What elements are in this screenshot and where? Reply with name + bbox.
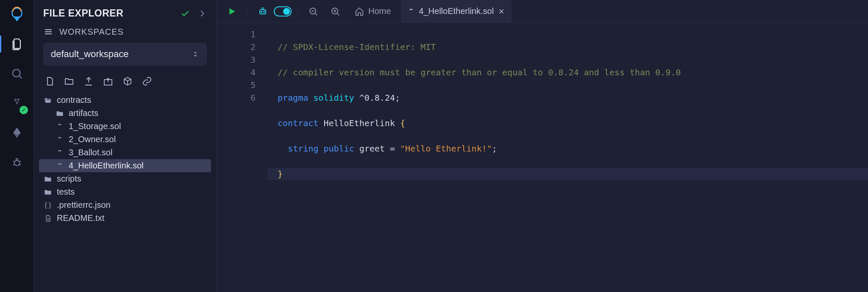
package-icon[interactable]	[121, 75, 134, 88]
file-label: 4_HelloEtherlink.sol	[69, 161, 144, 171]
line-number: 2	[217, 41, 256, 53]
solidity-file-icon	[55, 123, 64, 130]
folder-label: tests	[57, 187, 75, 197]
file-readme[interactable]: README.txt	[39, 212, 211, 225]
file-label: README.txt	[57, 213, 104, 223]
folder-label: contracts	[57, 95, 91, 105]
line-number: 3	[217, 53, 256, 66]
home-icon	[355, 7, 364, 16]
explorer-title: FILE EXPLORER	[43, 8, 123, 19]
code-token: // SPDX-License-Identifier: MIT	[278, 42, 436, 52]
file-prettierrc[interactable]: { } .prettierrc.json	[39, 198, 211, 212]
code-token: greet	[359, 143, 385, 154]
code-token: // compiler version must be greater than…	[278, 67, 681, 77]
workspace-select[interactable]: default_workspace	[43, 43, 207, 66]
run-button[interactable]	[223, 2, 241, 21]
svg-point-1	[13, 69, 20, 77]
close-tab-icon[interactable]	[498, 8, 505, 15]
check-icon[interactable]	[181, 9, 190, 18]
code-token: string	[288, 143, 318, 154]
code-token: ;	[492, 143, 497, 154]
file-helloetherlink[interactable]: 4_HelloEtherlink.sol	[39, 159, 211, 172]
hamburger-icon[interactable]	[43, 27, 53, 37]
separator	[247, 5, 248, 18]
upload-icon[interactable]	[102, 75, 114, 88]
file-explorer-icon[interactable]	[7, 34, 27, 54]
svg-point-18	[264, 11, 264, 12]
solidity-file-icon	[55, 149, 64, 156]
file-owner[interactable]: 2_Owner.sol	[39, 133, 211, 146]
explorer-toolbar	[34, 72, 216, 94]
code-token: solidity	[313, 93, 354, 103]
folder-artifacts[interactable]: artifacts	[39, 107, 211, 120]
code-token: }	[278, 169, 283, 179]
tab-label: Home	[368, 6, 391, 16]
folder-label: artifacts	[69, 108, 98, 118]
zoom-in-button[interactable]	[326, 2, 345, 21]
new-folder-icon[interactable]	[63, 75, 75, 88]
solidity-compiler-icon[interactable]: ✓	[7, 93, 27, 113]
tab-home[interactable]: Home	[348, 0, 398, 22]
file-label: .prettierrc.json	[57, 200, 111, 210]
file-label: 2_Owner.sol	[69, 135, 116, 144]
code-token: public	[323, 143, 354, 154]
folder-scripts[interactable]: scripts	[39, 172, 211, 185]
tab-label: 4_HelloEtherlink.sol	[419, 6, 494, 16]
copilot-toggle[interactable]	[274, 6, 292, 17]
editor-toolbar: Home 4_HelloEtherlink.sol	[217, 0, 868, 23]
code-token: contract	[278, 118, 318, 128]
line-number: 4	[217, 66, 256, 79]
line-number: 5	[217, 79, 256, 91]
editor-area: Home 4_HelloEtherlink.sol 1 2 3 4 5 6 //…	[216, 0, 868, 292]
svg-point-3	[14, 160, 19, 166]
link-icon[interactable]	[141, 75, 153, 88]
solidity-file-icon	[55, 136, 64, 143]
code-surface[interactable]: 1 2 3 4 5 6 // SPDX-License-Identifier: …	[217, 23, 868, 292]
select-chevron-icon	[192, 50, 199, 58]
folder-label: scripts	[57, 174, 81, 184]
file-label: 3_Ballot.sol	[69, 148, 112, 157]
publish-icon[interactable]	[82, 75, 95, 88]
status-ok-badge: ✓	[19, 106, 28, 114]
folder-icon	[43, 175, 53, 183]
code-content[interactable]: // SPDX-License-Identifier: MIT // compi…	[267, 23, 868, 292]
line-number: 1	[217, 28, 256, 41]
zoom-out-button[interactable]	[304, 2, 323, 21]
file-label: 1_Storage.sol	[69, 121, 121, 131]
svg-line-2	[19, 76, 21, 78]
folder-open-icon	[43, 96, 53, 105]
new-file-icon[interactable]	[43, 75, 56, 88]
json-file-icon: { }	[43, 201, 53, 209]
tab-active-file[interactable]: 4_HelloEtherlink.sol	[401, 0, 512, 22]
folder-icon	[43, 188, 53, 196]
bot-icon[interactable]	[253, 2, 272, 21]
file-ballot[interactable]: 3_Ballot.sol	[39, 146, 211, 159]
file-tree: contracts artifacts 1_Storage.sol 2_Owne…	[34, 94, 216, 225]
folder-tests[interactable]: tests	[39, 185, 211, 198]
workspace-selected: default_workspace	[51, 49, 128, 60]
deploy-run-icon[interactable]	[7, 123, 27, 143]
folder-contracts[interactable]: contracts	[39, 94, 211, 107]
logo-icon[interactable]	[7, 4, 27, 25]
file-storage[interactable]: 1_Storage.sol	[39, 120, 211, 133]
debugger-icon[interactable]	[7, 152, 27, 173]
code-token: ^0.8.24	[359, 93, 395, 103]
code-token: "Hello Etherlink!"	[400, 143, 492, 154]
code-token: {	[400, 118, 405, 128]
text-file-icon	[43, 215, 53, 222]
line-number: 6	[217, 91, 256, 104]
code-token: pragma	[278, 93, 308, 103]
code-token: ;	[395, 93, 400, 103]
line-gutter: 1 2 3 4 5 6	[217, 23, 267, 292]
separator	[298, 5, 298, 18]
solidity-file-icon	[408, 8, 415, 15]
svg-point-17	[261, 11, 262, 12]
code-token: =	[385, 143, 400, 154]
chevron-right-icon[interactable]	[198, 9, 207, 18]
activity-bar: ✓	[0, 0, 34, 292]
file-explorer-panel: FILE EXPLORER WORKSPACES default_workspa…	[34, 0, 216, 292]
search-icon[interactable]	[7, 63, 27, 84]
solidity-file-icon	[55, 163, 64, 169]
code-token: HelloEtherlink	[323, 118, 395, 128]
folder-icon	[55, 109, 64, 118]
